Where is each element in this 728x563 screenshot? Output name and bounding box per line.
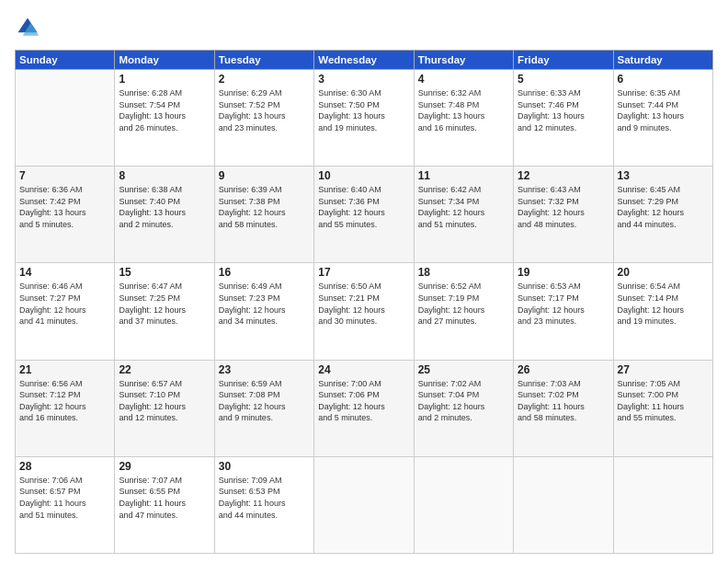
day-number: 14 bbox=[19, 266, 110, 279]
calendar-day-cell: 23Sunrise: 6:59 AM Sunset: 7:08 PM Dayli… bbox=[214, 360, 313, 456]
day-number: 20 bbox=[618, 266, 709, 279]
calendar-day-cell: 30Sunrise: 7:09 AM Sunset: 6:53 PM Dayli… bbox=[214, 456, 313, 553]
calendar-day-cell bbox=[314, 456, 414, 553]
weekday-header-tuesday: Tuesday bbox=[214, 51, 313, 70]
weekday-header-wednesday: Wednesday bbox=[314, 51, 414, 70]
logo-icon bbox=[15, 15, 40, 40]
day-number: 27 bbox=[618, 363, 709, 376]
calendar-day-cell: 21Sunrise: 6:56 AM Sunset: 7:12 PM Dayli… bbox=[16, 360, 115, 456]
calendar-week-row: 7Sunrise: 6:36 AM Sunset: 7:42 PM Daylig… bbox=[16, 167, 713, 263]
day-info: Sunrise: 6:32 AM Sunset: 7:48 PM Dayligh… bbox=[418, 87, 509, 133]
calendar-day-cell: 10Sunrise: 6:40 AM Sunset: 7:36 PM Dayli… bbox=[314, 167, 414, 263]
day-info: Sunrise: 6:36 AM Sunset: 7:42 PM Dayligh… bbox=[19, 184, 110, 230]
day-number: 28 bbox=[19, 460, 110, 473]
day-number: 24 bbox=[318, 363, 409, 376]
day-number: 5 bbox=[518, 73, 609, 86]
calendar-day-cell: 25Sunrise: 7:02 AM Sunset: 7:04 PM Dayli… bbox=[414, 360, 513, 456]
day-info: Sunrise: 6:46 AM Sunset: 7:27 PM Dayligh… bbox=[19, 281, 110, 327]
day-info: Sunrise: 6:42 AM Sunset: 7:34 PM Dayligh… bbox=[418, 184, 509, 230]
day-info: Sunrise: 6:54 AM Sunset: 7:14 PM Dayligh… bbox=[618, 281, 709, 327]
calendar-day-cell: 12Sunrise: 6:43 AM Sunset: 7:32 PM Dayli… bbox=[514, 167, 613, 263]
calendar-day-cell: 4Sunrise: 6:32 AM Sunset: 7:48 PM Daylig… bbox=[414, 70, 513, 167]
calendar-day-cell bbox=[613, 456, 712, 553]
weekday-header-row: SundayMondayTuesdayWednesdayThursdayFrid… bbox=[16, 51, 713, 70]
calendar-week-row: 21Sunrise: 6:56 AM Sunset: 7:12 PM Dayli… bbox=[16, 360, 713, 456]
day-info: Sunrise: 6:38 AM Sunset: 7:40 PM Dayligh… bbox=[119, 184, 210, 230]
day-info: Sunrise: 7:02 AM Sunset: 7:04 PM Dayligh… bbox=[418, 378, 509, 424]
calendar-day-cell: 1Sunrise: 6:28 AM Sunset: 7:54 PM Daylig… bbox=[115, 70, 214, 167]
day-number: 16 bbox=[219, 266, 310, 279]
calendar-day-cell: 13Sunrise: 6:45 AM Sunset: 7:29 PM Dayli… bbox=[613, 167, 712, 263]
day-info: Sunrise: 7:06 AM Sunset: 6:57 PM Dayligh… bbox=[19, 475, 110, 521]
calendar-day-cell: 24Sunrise: 7:00 AM Sunset: 7:06 PM Dayli… bbox=[314, 360, 414, 456]
weekday-header-saturday: Saturday bbox=[613, 51, 712, 70]
day-info: Sunrise: 6:57 AM Sunset: 7:10 PM Dayligh… bbox=[119, 378, 210, 424]
calendar-day-cell: 9Sunrise: 6:39 AM Sunset: 7:38 PM Daylig… bbox=[214, 167, 313, 263]
day-number: 17 bbox=[318, 266, 409, 279]
day-number: 22 bbox=[119, 363, 210, 376]
weekday-header-sunday: Sunday bbox=[16, 51, 115, 70]
day-info: Sunrise: 7:05 AM Sunset: 7:00 PM Dayligh… bbox=[618, 378, 709, 424]
calendar-day-cell: 28Sunrise: 7:06 AM Sunset: 6:57 PM Dayli… bbox=[16, 456, 115, 553]
day-info: Sunrise: 7:00 AM Sunset: 7:06 PM Dayligh… bbox=[318, 378, 409, 424]
day-number: 1 bbox=[119, 73, 210, 86]
day-number: 23 bbox=[219, 363, 310, 376]
day-number: 21 bbox=[19, 363, 110, 376]
day-number: 26 bbox=[518, 363, 609, 376]
day-number: 13 bbox=[618, 169, 709, 182]
day-info: Sunrise: 6:28 AM Sunset: 7:54 PM Dayligh… bbox=[119, 87, 210, 133]
calendar-day-cell: 14Sunrise: 6:46 AM Sunset: 7:27 PM Dayli… bbox=[16, 263, 115, 360]
calendar-day-cell: 17Sunrise: 6:50 AM Sunset: 7:21 PM Dayli… bbox=[314, 263, 414, 360]
day-info: Sunrise: 6:59 AM Sunset: 7:08 PM Dayligh… bbox=[219, 378, 310, 424]
day-number: 15 bbox=[119, 266, 210, 279]
day-info: Sunrise: 7:03 AM Sunset: 7:02 PM Dayligh… bbox=[518, 378, 609, 424]
day-info: Sunrise: 6:53 AM Sunset: 7:17 PM Dayligh… bbox=[518, 281, 609, 327]
calendar-day-cell: 18Sunrise: 6:52 AM Sunset: 7:19 PM Dayli… bbox=[414, 263, 513, 360]
day-info: Sunrise: 6:39 AM Sunset: 7:38 PM Dayligh… bbox=[219, 184, 310, 230]
calendar-week-row: 1Sunrise: 6:28 AM Sunset: 7:54 PM Daylig… bbox=[16, 70, 713, 167]
day-number: 3 bbox=[318, 73, 409, 86]
calendar-day-cell: 26Sunrise: 7:03 AM Sunset: 7:02 PM Dayli… bbox=[514, 360, 613, 456]
calendar-day-cell: 15Sunrise: 6:47 AM Sunset: 7:25 PM Dayli… bbox=[115, 263, 214, 360]
day-number: 8 bbox=[119, 169, 210, 182]
day-number: 10 bbox=[318, 169, 409, 182]
day-info: Sunrise: 6:43 AM Sunset: 7:32 PM Dayligh… bbox=[518, 184, 609, 230]
calendar-week-row: 14Sunrise: 6:46 AM Sunset: 7:27 PM Dayli… bbox=[16, 263, 713, 360]
calendar-day-cell: 29Sunrise: 7:07 AM Sunset: 6:55 PM Dayli… bbox=[115, 456, 214, 553]
calendar-day-cell: 20Sunrise: 6:54 AM Sunset: 7:14 PM Dayli… bbox=[613, 263, 712, 360]
calendar-table: SundayMondayTuesdayWednesdayThursdayFrid… bbox=[15, 50, 713, 554]
day-info: Sunrise: 6:40 AM Sunset: 7:36 PM Dayligh… bbox=[318, 184, 409, 230]
day-number: 25 bbox=[418, 363, 509, 376]
calendar-day-cell: 2Sunrise: 6:29 AM Sunset: 7:52 PM Daylig… bbox=[214, 70, 313, 167]
calendar-day-cell: 19Sunrise: 6:53 AM Sunset: 7:17 PM Dayli… bbox=[514, 263, 613, 360]
day-number: 19 bbox=[518, 266, 609, 279]
day-number: 4 bbox=[418, 73, 509, 86]
day-number: 2 bbox=[219, 73, 310, 86]
weekday-header-monday: Monday bbox=[115, 51, 214, 70]
day-info: Sunrise: 6:33 AM Sunset: 7:46 PM Dayligh… bbox=[518, 87, 609, 133]
day-info: Sunrise: 6:56 AM Sunset: 7:12 PM Dayligh… bbox=[19, 378, 110, 424]
calendar-day-cell bbox=[514, 456, 613, 553]
weekday-header-thursday: Thursday bbox=[414, 51, 513, 70]
day-info: Sunrise: 6:30 AM Sunset: 7:50 PM Dayligh… bbox=[318, 87, 409, 133]
calendar-day-cell: 8Sunrise: 6:38 AM Sunset: 7:40 PM Daylig… bbox=[115, 167, 214, 263]
calendar-day-cell: 6Sunrise: 6:35 AM Sunset: 7:44 PM Daylig… bbox=[613, 70, 712, 167]
logo bbox=[15, 15, 44, 40]
day-number: 18 bbox=[418, 266, 509, 279]
calendar-day-cell: 5Sunrise: 6:33 AM Sunset: 7:46 PM Daylig… bbox=[514, 70, 613, 167]
calendar-day-cell: 3Sunrise: 6:30 AM Sunset: 7:50 PM Daylig… bbox=[314, 70, 414, 167]
day-info: Sunrise: 6:52 AM Sunset: 7:19 PM Dayligh… bbox=[418, 281, 509, 327]
day-info: Sunrise: 7:09 AM Sunset: 6:53 PM Dayligh… bbox=[219, 475, 310, 521]
day-number: 7 bbox=[19, 169, 110, 182]
calendar-day-cell: 22Sunrise: 6:57 AM Sunset: 7:10 PM Dayli… bbox=[115, 360, 214, 456]
day-number: 30 bbox=[219, 460, 310, 473]
calendar-day-cell: 7Sunrise: 6:36 AM Sunset: 7:42 PM Daylig… bbox=[16, 167, 115, 263]
day-info: Sunrise: 6:49 AM Sunset: 7:23 PM Dayligh… bbox=[219, 281, 310, 327]
page-container: SundayMondayTuesdayWednesdayThursdayFrid… bbox=[0, 0, 728, 563]
weekday-header-friday: Friday bbox=[514, 51, 613, 70]
day-number: 11 bbox=[418, 169, 509, 182]
calendar-day-cell: 16Sunrise: 6:49 AM Sunset: 7:23 PM Dayli… bbox=[214, 263, 313, 360]
calendar-day-cell bbox=[16, 70, 115, 167]
day-info: Sunrise: 6:47 AM Sunset: 7:25 PM Dayligh… bbox=[119, 281, 210, 327]
day-info: Sunrise: 6:35 AM Sunset: 7:44 PM Dayligh… bbox=[618, 87, 709, 133]
